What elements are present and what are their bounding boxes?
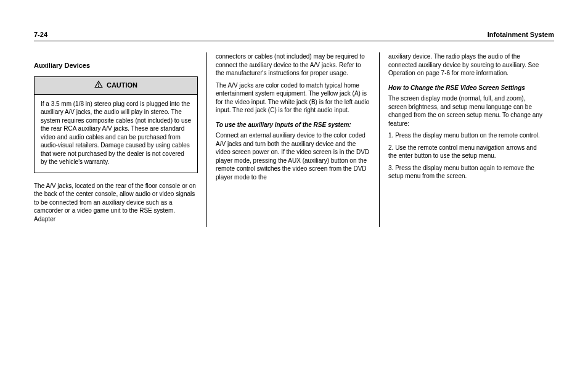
col3-list-2: 2. Use the remote control menu navigatio…	[388, 144, 543, 160]
col2-para2: The A/V jacks are color coded to match t…	[216, 81, 370, 115]
column-2: connectors or cables (not included) may …	[206, 52, 379, 227]
col3-continuation: auxiliary device. The radio plays the au…	[388, 52, 543, 78]
caution-box: CAUTION If a 3.5 mm (1/8 in) stereo plug…	[34, 76, 198, 173]
content-columns: Auxiliary Devices CAUTION If a 3.5 mm (1…	[34, 52, 554, 227]
col2-subheading: To use the auxiliary inputs of the RSE s…	[216, 121, 370, 129]
warning-icon	[94, 80, 103, 91]
caution-body-text: If a 3.5 mm (1/8 in) stereo plug cord is…	[35, 95, 197, 173]
svg-point-1	[98, 86, 99, 86]
col3-list-3: 3. Press the display menu button again t…	[388, 164, 543, 181]
col2-continuation: connectors or cables (not included) may …	[216, 52, 370, 78]
page-header: 7-24 Infotainment System	[34, 31, 554, 41]
col3-list-1: 1. Press the display menu button on the …	[388, 131, 543, 140]
column-3: auxiliary device. The radio plays the au…	[379, 52, 552, 227]
caution-label: CAUTION	[107, 81, 137, 90]
column-1: Auxiliary Devices CAUTION If a 3.5 mm (1…	[34, 52, 206, 227]
page-number: 7-24	[34, 31, 47, 38]
col3-sub-body: The screen display mode (normal, full, a…	[388, 94, 543, 128]
col1-para-after: The A/V jacks, located on the rear of th…	[34, 182, 198, 224]
auxiliary-devices-heading: Auxiliary Devices	[34, 61, 198, 70]
section-title: Infotainment System	[488, 31, 554, 38]
caution-header: CAUTION	[35, 77, 197, 95]
col3-subheading: How to Change the RSE Video Screen Setti…	[388, 84, 543, 92]
col2-sub-body: Connect an external auxiliary device to …	[216, 131, 370, 181]
